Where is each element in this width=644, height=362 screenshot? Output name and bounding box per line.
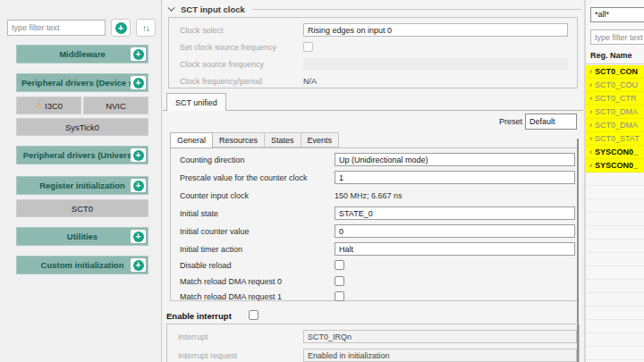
initial-timer-action-dropdown[interactable]: Halt xyxy=(335,242,575,256)
register-row[interactable]: › SCT0_COU xyxy=(586,79,644,92)
register-name: SCT0_DMA xyxy=(595,107,638,116)
expand-chevron-icon[interactable]: › xyxy=(589,161,592,170)
group-label: Middleware xyxy=(59,49,106,59)
registers-panel: *all* Reg. Name › SCT0_CON › SCT0_COU › … xyxy=(584,0,644,362)
register-name: SYSCON0_ xyxy=(595,147,638,156)
field-label: Set clock source frequency xyxy=(180,43,276,52)
register-row[interactable]: › SCT0_CTR xyxy=(586,92,644,105)
register-row[interactable]: › SCT0_DMA xyxy=(586,105,644,119)
match-reload-dma1-checkbox[interactable] xyxy=(335,291,344,301)
match-reload-dma0-checkbox[interactable] xyxy=(335,276,344,286)
peripheral-settings-panel: SCT input clock Clock select Rising edge… xyxy=(163,0,583,362)
prescale-input[interactable]: 1 xyxy=(335,171,575,184)
expand-peripheral-universal-button[interactable]: + xyxy=(131,148,146,162)
sidebar-group-peripheral-device[interactable]: Peripheral drivers (Device spe + xyxy=(16,73,148,92)
sidebar-item-nvic[interactable]: NVIC xyxy=(83,97,148,114)
field-label: Clock source frequency xyxy=(180,60,264,69)
clock-source-frequency-row: Clock source frequency xyxy=(169,55,577,72)
sort-button[interactable]: ↑↓ xyxy=(136,19,156,37)
sidebar-group-middleware[interactable]: Middleware + xyxy=(16,45,148,63)
sidebar-item-sct0[interactable]: SCT0 xyxy=(16,199,148,217)
sidebar-group-peripheral-universal[interactable]: Peripheral drivers (Universal) + xyxy=(16,146,148,164)
expand-register-initialization-button[interactable]: + xyxy=(131,179,146,192)
register-list: › SCT0_CON › SCT0_COU › SCT0_CTR › SCT0_… xyxy=(586,65,644,173)
initial-state-dropdown[interactable]: STATE_0 xyxy=(335,206,575,220)
sidebar-group-register-initialization[interactable]: Register initialization + xyxy=(16,176,148,195)
clock-frequency-period-row: Clock frequency/period N/A xyxy=(169,72,577,89)
reg-name-column-header: Reg. Name xyxy=(590,51,632,60)
item-label: I3C0 xyxy=(45,101,63,111)
expand-chevron-icon[interactable]: › xyxy=(589,121,592,130)
field-label: Counting direction xyxy=(180,156,245,164)
clock-select-dropdown[interactable]: Rising edges on input 0 xyxy=(303,23,568,37)
clock-select-row: Clock select Rising edges on input 0 xyxy=(169,21,577,38)
general-tab-content: Counting direction Up (Unidirectional mo… xyxy=(170,147,578,301)
counter-input-clock-value: 150 MHz; 6.667 ns xyxy=(335,191,402,200)
register-row[interactable]: › SYSCON0_ xyxy=(586,159,644,173)
plus-icon: + xyxy=(133,181,144,191)
set-clock-source-frequency-checkbox[interactable] xyxy=(303,42,313,52)
initial-counter-value-input[interactable]: 0 xyxy=(335,224,575,238)
section-title: SCT input clock xyxy=(181,4,245,14)
components-sidebar: + ↑↓ Middleware + Peripheral drivers (De… xyxy=(0,0,162,362)
expand-peripheral-device-button[interactable]: + xyxy=(131,76,146,89)
expand-chevron-icon[interactable]: › xyxy=(589,94,592,103)
add-component-button[interactable]: + xyxy=(111,19,131,37)
register-row[interactable]: › SYSCON0_ xyxy=(586,146,644,159)
sidebar-item-i3c0[interactable]: ⚠ I3C0 xyxy=(16,97,81,114)
field-label: Counter input clock xyxy=(180,191,249,200)
interrupt-request-field: Enabled in initialization xyxy=(303,349,577,362)
register-filter-select[interactable]: *all* xyxy=(590,7,644,22)
enable-interrupt-row: Enable interrupt xyxy=(166,309,232,322)
divider xyxy=(252,9,581,10)
disable-reload-checkbox[interactable] xyxy=(335,260,344,270)
expand-chevron-icon[interactable]: › xyxy=(589,107,592,116)
field-label: Clock frequency/period xyxy=(180,77,262,86)
clock-source-frequency-field xyxy=(303,58,568,70)
tab-general[interactable]: General xyxy=(170,132,213,148)
enable-interrupt-checkbox[interactable] xyxy=(249,310,258,320)
tab-states[interactable]: States xyxy=(265,132,301,147)
config-tool-window: + ↑↓ Middleware + Peripheral drivers (De… xyxy=(0,0,644,362)
initial-counter-value-row: Initial counter value 0 xyxy=(171,223,577,240)
tab-events[interactable]: Events xyxy=(301,132,340,147)
counter-input-clock-row: Counter input clock 150 MHz; 6.667 ns xyxy=(171,187,577,204)
match-reload-dma1-row: Match reload DMA request 1 xyxy=(171,288,577,305)
counting-direction-dropdown[interactable]: Up (Unidirectional mode) xyxy=(335,153,575,166)
tab-resources[interactable]: Resources xyxy=(213,132,265,147)
sidebar-group-custom-initialization[interactable]: Custom initialization + xyxy=(16,256,148,274)
field-label: Match reload DMA request 1 xyxy=(180,292,282,301)
sidebar-item-systick0[interactable]: SysTick0 xyxy=(16,118,148,136)
preset-row: Preset Default xyxy=(163,114,580,130)
field-label: Interrupt xyxy=(178,333,208,341)
expand-chevron-icon[interactable]: › xyxy=(589,67,592,76)
sct-input-clock-header[interactable]: SCT input clock xyxy=(170,3,581,15)
register-row[interactable]: › SCT0_CON xyxy=(586,65,644,79)
expand-chevron-icon[interactable]: › xyxy=(589,80,592,89)
field-label: Initial state xyxy=(180,209,218,218)
plus-icon: + xyxy=(133,232,144,242)
clock-frequency-value: N/A xyxy=(303,77,317,86)
expand-custom-initialization-button[interactable]: + xyxy=(131,258,146,272)
item-label: SysTick0 xyxy=(65,122,99,132)
disable-reload-row: Disable reload xyxy=(171,257,577,274)
sidebar-group-utilities[interactable]: Utilities + xyxy=(16,227,148,246)
register-filter-input[interactable] xyxy=(590,29,644,45)
counting-direction-row: Counting direction Up (Unidirectional mo… xyxy=(171,151,577,168)
settings-tabs: General Resources States Events xyxy=(170,132,339,147)
register-row[interactable]: › SCT0_DMA xyxy=(586,119,644,132)
group-label: Peripheral drivers (Device spe xyxy=(21,78,143,88)
register-row[interactable]: › SCT0_STAT xyxy=(586,132,644,146)
field-label: Clock select xyxy=(180,26,224,35)
sidebar-filter-input[interactable] xyxy=(7,20,106,36)
register-list-empty-rows xyxy=(586,173,644,362)
field-label: Disable reload xyxy=(180,261,232,270)
preset-select[interactable]: Default xyxy=(525,114,577,130)
expand-middleware-button[interactable]: + xyxy=(131,47,146,61)
expand-chevron-icon[interactable]: › xyxy=(589,147,592,156)
expand-chevron-icon[interactable]: › xyxy=(589,134,592,143)
initial-timer-action-row: Initial timer action Halt xyxy=(171,240,577,257)
tab-sct-unified[interactable]: SCT unified xyxy=(166,93,226,111)
expand-utilities-button[interactable]: + xyxy=(131,230,146,243)
interrupt-field: SCT0_IRQn xyxy=(303,330,577,343)
